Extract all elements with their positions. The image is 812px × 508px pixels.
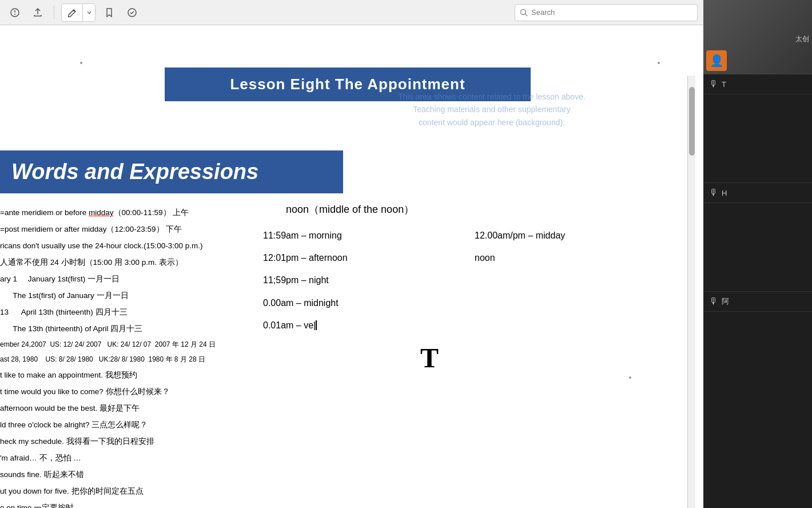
participant-a-label: 阿 <box>722 296 729 307</box>
participant-t: 🎙 T <box>703 74 812 94</box>
left-line-2: ricans don't usually use the 24-hour clo… <box>0 238 280 253</box>
words-banner: Words and Expressions <box>0 150 343 193</box>
left-line-11: t time would you like to come? 你想什么时候来？ <box>0 384 280 399</box>
time-7: 0.00am – midnight <box>263 293 463 313</box>
mic-icon-a: 🎙 <box>709 296 718 307</box>
section-spacer-1 <box>703 94 812 183</box>
document-area: Lesson Eight The Appointment This area s… <box>0 50 695 508</box>
time-2: 12.00am/pm – midday <box>475 225 675 245</box>
annotation-group <box>61 3 95 22</box>
time-1: 11:59am – morning <box>263 225 463 245</box>
dot-2 <box>658 62 660 64</box>
svg-point-4 <box>521 9 526 14</box>
circle-button[interactable] <box>123 3 141 22</box>
left-column: =ante meridiem or before midday（00:00-11… <box>0 205 280 508</box>
time-9: 0.01am – ve| <box>263 315 463 335</box>
faded-line-3: content would appear here (background). <box>355 116 629 129</box>
right-column: noon（middle of the noon） 11:59am – morni… <box>263 199 675 335</box>
person-icon: 👤 <box>710 54 724 68</box>
text-cursor-t: T <box>420 342 439 374</box>
scrollbar[interactable] <box>687 76 695 508</box>
left-line-9: ast 28, 1980 US: 8/ 28/ 1980 UK:28/ 8/ 1… <box>0 352 280 366</box>
time-6 <box>475 270 675 290</box>
participant-taichuang-label: 太创 <box>795 34 809 44</box>
participant-t-label: T <box>722 80 726 89</box>
left-line-15: 'm afraid… 不，恐怕 … <box>0 450 280 466</box>
left-line-1: =post meridiem or after midday（12:00-23:… <box>0 221 280 237</box>
faded-line-1: This area shows content related to the l… <box>355 90 629 103</box>
time-8 <box>475 293 675 313</box>
faded-text-block: This area shows content related to the l… <box>355 90 629 129</box>
left-line-12: afternoon would be the best. 最好是下午 <box>0 400 280 416</box>
left-line-8: ember 24,2007 US: 12/ 24/ 2007 UK: 24/ 1… <box>0 338 280 351</box>
left-line-16: sounds fine. 听起来不错 <box>0 467 280 482</box>
scroll-thumb[interactable] <box>689 87 695 156</box>
mic-icon-t: 🎙 <box>709 79 718 89</box>
time-10 <box>475 315 675 335</box>
mic-icon-h: 🎙 <box>709 188 718 198</box>
left-line-7: The 13th (thirteenth) of April 四月十三 <box>0 321 280 336</box>
right-sidebar: 👤 🎙 T 🎙 H 🎙 阿 太创 <box>703 0 812 508</box>
svg-line-5 <box>526 14 528 16</box>
participant-a: 🎙 阿 <box>703 292 812 312</box>
left-line-5: The 1st(first) of January 一月一日 <box>0 288 280 303</box>
dot-1 <box>80 62 82 64</box>
faded-line-2: Teaching materials and other supplementa… <box>355 103 629 116</box>
search-box <box>515 4 698 21</box>
toolbar <box>0 0 703 25</box>
toolbar-btn-1[interactable] <box>6 3 24 22</box>
left-line-14: heck my schedule. 我得看一下我的日程安排 <box>0 434 280 449</box>
noon-line: noon（middle of the noon） <box>286 199 675 220</box>
left-line-6: 13 April 13th (thirteenth) 四月十三 <box>0 304 280 320</box>
participant-h: 🎙 H <box>703 183 812 203</box>
time-3: 12:01pm – afternoon <box>263 248 463 268</box>
left-line-3: 人通常不使用 24 小时制（15:00 用 3:00 p.m. 表示） <box>0 255 280 270</box>
left-line-10: t like to make an appointment. 我想预约 <box>0 367 280 383</box>
left-line-18: e on time 一定要按时 <box>0 500 280 508</box>
left-line-13: ld three o'clock be alright? 三点怎么样呢？ <box>0 417 280 432</box>
left-line-17: ut you down for five. 把你的时间定在五点 <box>0 483 280 499</box>
section-spacer-2 <box>703 203 812 292</box>
words-heading: Words and Expressions <box>11 160 332 184</box>
time-4: noon <box>475 248 675 268</box>
participant-h-label: H <box>722 189 727 197</box>
time-grid: 11:59am – morning 12.00am/pm – midday 12… <box>263 225 675 335</box>
search-input[interactable] <box>531 8 692 17</box>
bookmark-button[interactable] <box>100 3 118 22</box>
pen-button[interactable] <box>62 4 82 21</box>
left-line-0: =ante meridiem or before midday（00:00-11… <box>0 205 280 220</box>
separator-1 <box>54 6 54 19</box>
left-line-4: ary 1 January 1st(first) 一月一日 <box>0 271 280 287</box>
time-5: 11;59pm – night <box>263 270 463 290</box>
share-button[interactable] <box>29 3 47 22</box>
svg-point-2 <box>14 14 15 15</box>
pen-dropdown[interactable] <box>82 4 95 21</box>
dot-3 <box>629 376 631 379</box>
participant-avatar: 👤 <box>706 50 727 71</box>
